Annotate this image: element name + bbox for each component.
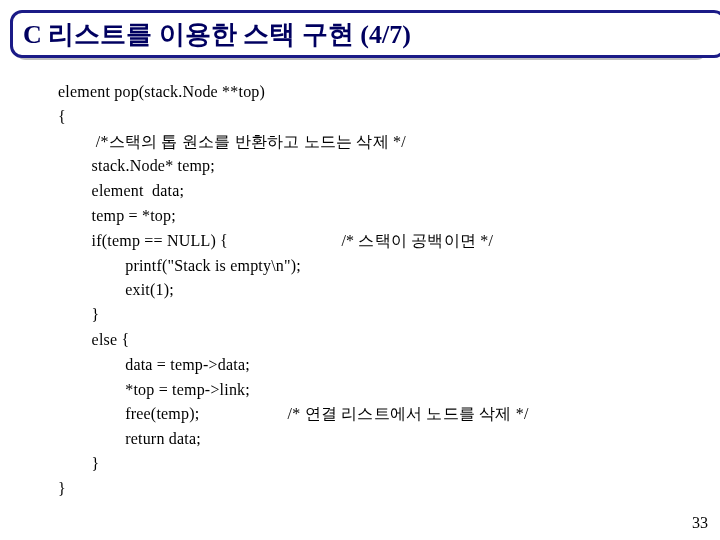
code-line: data = temp->data; (58, 356, 250, 373)
code-line: free(temp); /* 연결 리스트에서 노드를 삭제 */ (58, 405, 529, 422)
page-number: 33 (692, 514, 708, 532)
code-line: printf("Stack is empty\n"); (58, 257, 301, 274)
code-line: temp = *top; (58, 207, 176, 224)
code-line: } (58, 455, 99, 472)
code-line: return data; (58, 430, 201, 447)
code-line: { (58, 108, 66, 125)
slide-title: C 리스트를 이용한 스택 구현 (4/7) (23, 17, 411, 52)
code-line: exit(1); (58, 281, 174, 298)
code-line: element pop(stack.Node **top) (58, 83, 265, 100)
code-line: } (58, 306, 99, 323)
title-box: C 리스트를 이용한 스택 구현 (4/7) (10, 10, 720, 58)
code-line: /*스택의 톱 원소를 반환하고 노드는 삭제 */ (58, 133, 406, 150)
code-line: else { (58, 331, 129, 348)
code-line: } (58, 480, 66, 497)
code-line: stack.Node* temp; (58, 157, 215, 174)
code-line: *top = temp->link; (58, 381, 250, 398)
code-line: if(temp == NULL) { /* 스택이 공백이면 */ (58, 232, 493, 249)
code-line: element data; (58, 182, 184, 199)
code-block: element pop(stack.Node **top) { /*스택의 톱 … (58, 80, 678, 502)
